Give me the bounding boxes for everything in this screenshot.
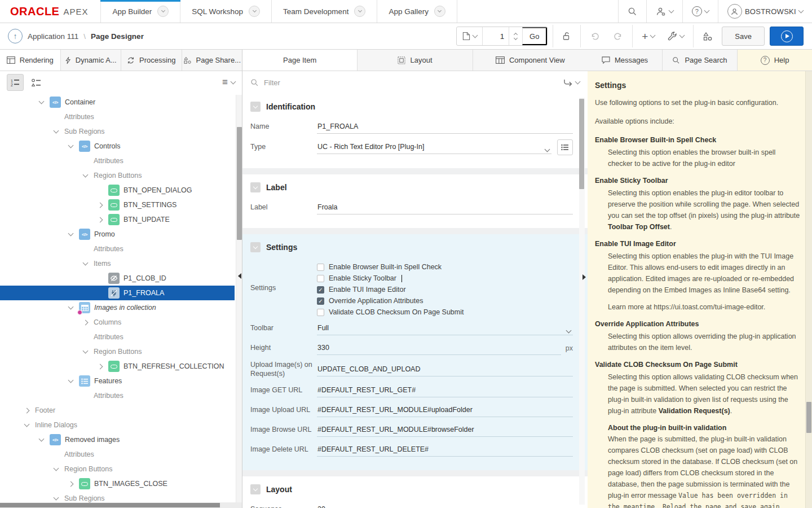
field-value[interactable]: Full bbox=[317, 322, 573, 335]
filter-input[interactable] bbox=[264, 78, 558, 87]
shared-components-button[interactable] bbox=[699, 27, 717, 46]
tree-node[interactable]: Footer bbox=[0, 403, 235, 418]
tree-node[interactable]: P1_CLOB_ID bbox=[0, 271, 235, 286]
checkbox-row[interactable]: Validate CLOB Checksum On Page Submit bbox=[317, 306, 573, 318]
collapse-left-splitter[interactable] bbox=[238, 273, 241, 279]
checkbox-row[interactable]: Enable Browser Built-in Spell Check bbox=[317, 261, 573, 273]
checkbox-unchecked[interactable] bbox=[317, 309, 324, 316]
checkbox-row[interactable]: ✓Enable TUI Image Editor bbox=[317, 284, 573, 295]
tree-node[interactable]: </>Promo bbox=[0, 227, 235, 242]
chevron-down-icon[interactable] bbox=[514, 36, 518, 40]
tree-node[interactable]: Attributes bbox=[0, 154, 235, 168]
chevron-down-icon[interactable] bbox=[67, 233, 79, 235]
save-button[interactable]: Save bbox=[722, 27, 765, 46]
nav-tab-app-builder[interactable]: App Builder bbox=[100, 0, 180, 23]
tree-node[interactable]: BTN_UPDATE bbox=[0, 212, 235, 227]
chevron-right-icon[interactable] bbox=[67, 482, 79, 486]
create-menu-button[interactable]: + bbox=[638, 27, 659, 46]
chevron-down-icon[interactable] bbox=[545, 145, 549, 153]
utilities-menu-button[interactable] bbox=[664, 27, 688, 46]
tab-messages[interactable]: Messages bbox=[588, 50, 663, 71]
chevron-down-icon[interactable] bbox=[23, 424, 35, 426]
tree-node[interactable]: BTN_OPEN_DIALOG bbox=[0, 183, 235, 198]
chevron-down-icon[interactable] bbox=[81, 262, 94, 265]
field-value[interactable]: #DEFAULT_REST_URL_GET# bbox=[317, 384, 573, 397]
field-value[interactable]: #DEFAULT_REST_URL_DELETE# bbox=[317, 443, 573, 457]
user-menu-button[interactable]: BOSTROWSKI bbox=[718, 0, 812, 23]
field-value[interactable]: P1_FROALA bbox=[317, 120, 573, 134]
chevron-right-icon[interactable] bbox=[96, 203, 108, 207]
tree-node[interactable]: </>Removed images bbox=[0, 432, 235, 447]
tree-node[interactable]: BTN_SETTINGS bbox=[0, 198, 235, 212]
help-vertical-scrollbar[interactable] bbox=[805, 71, 812, 508]
checkbox-row[interactable]: ✓Override Application Attributes bbox=[317, 295, 573, 306]
collapse-icon[interactable] bbox=[250, 102, 261, 112]
page-number-stepper[interactable] bbox=[509, 27, 522, 45]
center-vertical-scrollbar[interactable] bbox=[579, 98, 585, 505]
tree-node[interactable]: Attributes bbox=[0, 110, 235, 124]
breadcrumb-app[interactable]: Application 111 bbox=[28, 32, 78, 41]
chevron-down-icon[interactable] bbox=[354, 6, 365, 17]
chevron-down-icon[interactable] bbox=[67, 145, 79, 147]
checkbox-row[interactable]: Enable Sticky Toolbar bbox=[317, 273, 573, 284]
chevron-right-icon[interactable] bbox=[96, 365, 108, 369]
checkbox-unchecked[interactable] bbox=[317, 264, 324, 271]
chevron-down-icon[interactable] bbox=[157, 6, 169, 17]
field-value[interactable]: UPDATE_CLOB_AND_UPLOAD bbox=[317, 363, 573, 376]
tree-node[interactable]: Inline Dialogs bbox=[0, 418, 235, 432]
chevron-down-icon[interactable] bbox=[67, 380, 79, 382]
field-value[interactable]: #DEFAULT_REST_URL_MODULE#browseFolder bbox=[317, 423, 573, 437]
tree-node[interactable]: Sub Regions bbox=[0, 491, 235, 502]
page-finder-button[interactable] bbox=[457, 27, 483, 45]
tree-node[interactable]: Columns bbox=[0, 315, 235, 330]
lock-button[interactable] bbox=[558, 27, 575, 46]
tree-node[interactable]: Items bbox=[0, 256, 235, 271]
tree-node[interactable]: Attributes bbox=[0, 447, 235, 462]
field-value[interactable]: 330 bbox=[317, 341, 561, 355]
run-button[interactable] bbox=[770, 27, 804, 46]
tree-node[interactable]: Images in collection bbox=[0, 300, 235, 315]
tree-node[interactable]: P1_FROALA bbox=[0, 286, 235, 300]
go-to-group-button[interactable] bbox=[563, 79, 580, 86]
up-arrow-icon[interactable]: ↑ bbox=[8, 29, 23, 43]
chevron-down-icon[interactable] bbox=[67, 306, 79, 309]
tree-node[interactable]: Attributes bbox=[0, 330, 235, 344]
page-number-input[interactable] bbox=[483, 27, 509, 45]
chevron-right-icon[interactable] bbox=[81, 321, 94, 325]
tree-node[interactable]: </>Controls bbox=[0, 139, 235, 154]
collapse-right-splitter[interactable] bbox=[582, 274, 586, 280]
tab-page-shared-components[interactable]: Page Share... bbox=[182, 50, 242, 71]
tab-dynamic-actions[interactable]: Dynamic A... bbox=[61, 50, 122, 71]
redo-button[interactable] bbox=[609, 27, 627, 46]
tree-menu-button[interactable]: ≡ bbox=[222, 77, 235, 88]
tree-vertical-scrollbar[interactable] bbox=[236, 95, 242, 502]
tab-rendering[interactable]: Rendering bbox=[0, 50, 61, 71]
chevron-down-icon[interactable] bbox=[37, 101, 50, 103]
chevron-down-icon[interactable] bbox=[567, 326, 571, 334]
tree-node[interactable]: Attributes bbox=[0, 242, 235, 256]
help-menu-button[interactable]: ? bbox=[683, 0, 718, 23]
tab-layout[interactable]: Layout bbox=[358, 50, 473, 71]
tree-node[interactable]: Sub Regions bbox=[0, 124, 235, 139]
tree-node[interactable]: Region Buttons bbox=[0, 168, 235, 183]
chevron-down-icon[interactable] bbox=[81, 351, 94, 353]
nav-tab-sql-workshop[interactable]: SQL Workshop bbox=[180, 0, 272, 23]
tree-node[interactable]: </>Container bbox=[0, 95, 235, 110]
chevron-down-icon[interactable] bbox=[52, 497, 64, 500]
quick-pick-button[interactable] bbox=[557, 139, 573, 155]
tree-node[interactable]: Attributes bbox=[0, 388, 235, 403]
order-by-sequence-toggle[interactable]: 12 bbox=[7, 74, 24, 91]
tab-processing[interactable]: Processing bbox=[121, 50, 182, 71]
collapse-icon[interactable] bbox=[250, 182, 261, 192]
field-value[interactable]: #DEFAULT_REST_URL_MODULE#uploadFolder bbox=[317, 404, 573, 417]
tree-node[interactable]: Region Buttons bbox=[0, 462, 235, 476]
nav-tab-team-development[interactable]: Team Development bbox=[272, 0, 377, 23]
checkbox-checked[interactable]: ✓ bbox=[317, 297, 324, 305]
chevron-down-icon[interactable] bbox=[52, 130, 64, 133]
chevron-down-icon[interactable] bbox=[249, 6, 260, 17]
tree-node[interactable]: Features bbox=[0, 374, 235, 388]
tree-node[interactable]: Region Buttons bbox=[0, 344, 235, 359]
admin-menu-button[interactable] bbox=[647, 0, 682, 23]
checkbox-unchecked[interactable] bbox=[317, 275, 324, 282]
group-by-type-toggle[interactable] bbox=[28, 74, 45, 91]
